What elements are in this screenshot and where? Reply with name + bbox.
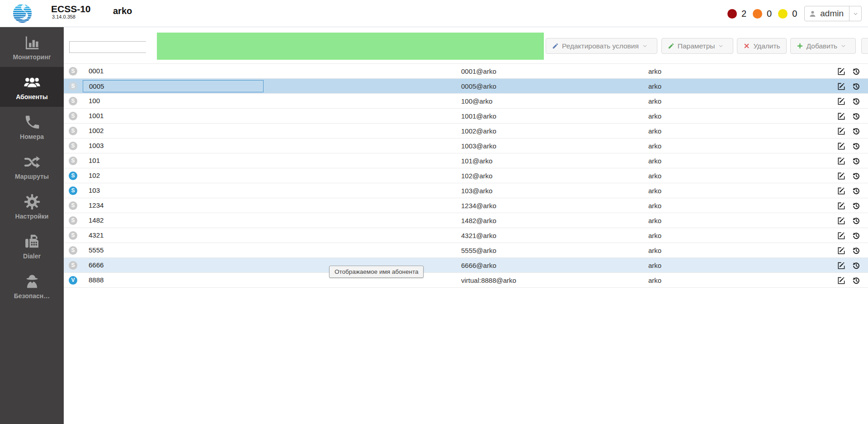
- sidebar-item-settings[interactable]: Настройки: [0, 186, 64, 226]
- subscriber-domain-cell[interactable]: arko: [648, 153, 661, 168]
- subscriber-address-cell[interactable]: 1002@arko: [461, 124, 496, 138]
- subscriber-address-cell[interactable]: 0005@arko: [461, 79, 496, 94]
- subscriber-domain-cell[interactable]: arko: [648, 124, 661, 138]
- history-icon[interactable]: [852, 172, 861, 181]
- user-menu-dropdown[interactable]: [849, 6, 861, 21]
- table-row[interactable]: S12341234@arkoarko: [64, 198, 868, 213]
- subscriber-number-cell[interactable]: 103: [83, 185, 264, 197]
- table-row[interactable]: S103103@arkoarko: [64, 183, 868, 198]
- history-icon[interactable]: [852, 127, 861, 136]
- subscriber-number-cell[interactable]: 0001: [83, 65, 264, 77]
- history-icon[interactable]: [852, 112, 861, 121]
- subscriber-address-cell[interactable]: 0001@arko: [461, 64, 496, 79]
- delete-button[interactable]: Удалить: [737, 38, 786, 54]
- parameters-button[interactable]: Параметры: [661, 38, 734, 54]
- subscriber-domain-cell[interactable]: arko: [648, 183, 661, 198]
- history-icon[interactable]: [852, 276, 861, 285]
- subscriber-address-cell[interactable]: 1234@arko: [461, 198, 496, 213]
- table-row[interactable]: S102102@arkoarko: [64, 168, 868, 183]
- table-row[interactable]: S66666666@arkoarko: [64, 258, 868, 273]
- sidebar-item-dialer[interactable]: Dialer: [0, 226, 64, 266]
- subscriber-address-cell[interactable]: 6666@arko: [461, 258, 496, 273]
- subscriber-number-cell[interactable]: 1234: [83, 200, 264, 212]
- subscriber-domain-cell[interactable]: arko: [648, 64, 661, 79]
- table-row[interactable]: S14821482@arkoarko: [64, 213, 868, 228]
- table-row[interactable]: S100100@arkoarko: [64, 94, 868, 109]
- table-row[interactable]: S00050005@arkoarko: [64, 79, 868, 94]
- subscriber-number-cell[interactable]: 6666: [83, 259, 264, 272]
- subscriber-number-cell[interactable]: 102: [83, 170, 264, 182]
- table-row[interactable]: V8888virtual:8888@arkoarko: [64, 273, 868, 288]
- add-button[interactable]: Добавить: [790, 38, 856, 54]
- subscriber-address-cell[interactable]: 1003@arko: [461, 138, 496, 153]
- sidebar-item-security[interactable]: Безопасн…: [0, 266, 64, 306]
- sidebar-item-subscribers[interactable]: Абоненты: [0, 67, 64, 107]
- edit-icon[interactable]: [837, 201, 846, 210]
- search-input[interactable]: [70, 42, 156, 52]
- table-row[interactable]: S55555555@arkoarko: [64, 243, 868, 258]
- history-icon[interactable]: [852, 142, 861, 151]
- history-icon[interactable]: [852, 216, 861, 225]
- user-menu[interactable]: admin: [804, 6, 862, 21]
- forward-button[interactable]: [861, 38, 868, 54]
- history-icon[interactable]: [852, 246, 861, 255]
- subscriber-number-cell[interactable]: 1482: [83, 214, 264, 227]
- sidebar-item-monitoring[interactable]: Мониторинг: [0, 27, 64, 67]
- history-icon[interactable]: [852, 157, 861, 166]
- history-icon[interactable]: [852, 82, 861, 91]
- edit-icon[interactable]: [837, 67, 846, 76]
- subscriber-domain-cell[interactable]: arko: [648, 79, 661, 94]
- subscriber-domain-cell[interactable]: arko: [648, 109, 661, 124]
- table-row[interactable]: S101101@arkoarko: [64, 153, 868, 168]
- subscriber-number-cell[interactable]: 101: [83, 155, 264, 167]
- subscriber-domain-cell[interactable]: arko: [648, 168, 661, 183]
- history-icon[interactable]: [852, 261, 861, 270]
- edit-icon[interactable]: [837, 97, 846, 106]
- edit-icon[interactable]: [837, 157, 846, 166]
- edit-icon[interactable]: [837, 127, 846, 136]
- table-row[interactable]: S10021002@arkoarko: [64, 124, 868, 138]
- edit-icon[interactable]: [837, 216, 846, 225]
- subscriber-domain-cell[interactable]: arko: [648, 213, 661, 228]
- edit-icon[interactable]: [837, 112, 846, 121]
- subscriber-address-cell[interactable]: 102@arko: [461, 168, 492, 183]
- subscriber-number-cell[interactable]: 5555: [83, 244, 264, 257]
- edit-conditions-button[interactable]: Редактировать условия: [546, 38, 657, 54]
- user-menu-main[interactable]: admin: [805, 6, 849, 21]
- subscriber-domain-cell[interactable]: arko: [648, 243, 661, 258]
- alert-indicator-minor[interactable]: 0: [778, 9, 797, 19]
- subscriber-domain-cell[interactable]: arko: [648, 228, 661, 243]
- subscriber-address-cell[interactable]: 103@arko: [461, 183, 492, 198]
- subscriber-number-cell[interactable]: 1001: [83, 110, 264, 122]
- alert-indicator-critical[interactable]: 2: [727, 9, 746, 19]
- table-row[interactable]: S10031003@arkoarko: [64, 138, 868, 153]
- history-icon[interactable]: [852, 97, 861, 106]
- subscriber-domain-cell[interactable]: arko: [648, 258, 661, 273]
- subscriber-address-cell[interactable]: 1482@arko: [461, 213, 496, 228]
- subscriber-number-cell[interactable]: 8888: [83, 274, 264, 286]
- subscriber-number-cell[interactable]: 0005: [83, 80, 264, 92]
- subscriber-address-cell[interactable]: 5555@arko: [461, 243, 496, 258]
- edit-icon[interactable]: [837, 246, 846, 255]
- edit-icon[interactable]: [837, 276, 846, 285]
- sidebar-item-routes[interactable]: Маршруты: [0, 147, 64, 186]
- history-icon[interactable]: [852, 201, 861, 210]
- subscriber-domain-cell[interactable]: arko: [648, 273, 661, 288]
- edit-icon[interactable]: [837, 172, 846, 181]
- subscriber-domain-cell[interactable]: arko: [648, 138, 661, 153]
- sidebar-item-numbers[interactable]: Номера: [0, 107, 64, 147]
- table-row[interactable]: S10011001@arkoarko: [64, 109, 868, 124]
- subscriber-address-cell[interactable]: 4321@arko: [461, 228, 496, 243]
- edit-icon[interactable]: [837, 186, 846, 195]
- subscriber-domain-cell[interactable]: arko: [648, 94, 661, 109]
- subscriber-domain-cell[interactable]: arko: [648, 198, 661, 213]
- edit-icon[interactable]: [837, 231, 846, 240]
- subscriber-number-cell[interactable]: 100: [83, 95, 264, 107]
- subscriber-address-cell[interactable]: 100@arko: [461, 94, 492, 109]
- history-icon[interactable]: [852, 186, 861, 195]
- history-icon[interactable]: [852, 231, 861, 240]
- table-row[interactable]: S43214321@arkoarko: [64, 228, 868, 243]
- edit-icon[interactable]: [837, 82, 846, 91]
- alert-indicator-major[interactable]: 0: [753, 9, 772, 19]
- subscriber-address-cell[interactable]: 1001@arko: [461, 109, 496, 124]
